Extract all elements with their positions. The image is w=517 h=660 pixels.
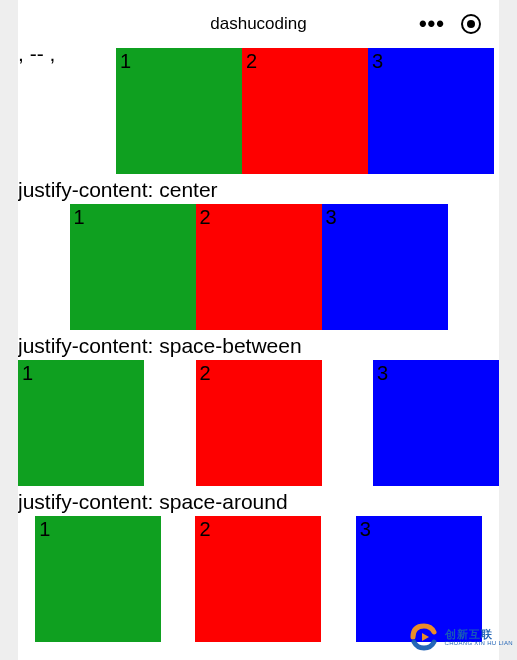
more-icon[interactable]: ••• [419,13,445,35]
box-2: 2 [196,204,322,330]
section-label-around: justify-content: space-around [18,490,499,514]
box-3: 3 [373,360,499,486]
flex-row-between: 1 2 3 [18,360,499,486]
section-label-center: justify-content: center [18,178,499,202]
watermark-cn: 创新互联 [445,629,513,640]
page-title: dashucoding [210,14,306,34]
section-label-partial: , -- , [18,42,55,66]
flex-row-center: 1 2 3 [18,204,499,330]
phone-frame: dashucoding ••• , -- , 1 2 3 justify-con… [18,0,499,660]
box-3: 3 [368,48,494,174]
box-3: 3 [322,204,448,330]
box-2: 2 [195,516,321,642]
watermark-text: 创新互联 CHUANG XIN HU LIAN [445,629,513,646]
box-1: 1 [18,360,144,486]
box-1: 1 [70,204,196,330]
section-flex-end: 1 2 3 [18,48,499,174]
watermark-logo-icon [407,620,441,654]
target-icon[interactable] [461,14,481,34]
watermark-en: CHUANG XIN HU LIAN [445,640,513,646]
status-bar: dashucoding ••• [18,0,499,48]
box-2: 2 [196,360,322,486]
watermark: 创新互联 CHUANG XIN HU LIAN [407,620,513,654]
section-label-between: justify-content: space-between [18,334,499,358]
box-2: 2 [242,48,368,174]
box-1: 1 [35,516,161,642]
flex-row-end: 1 2 3 [18,48,499,174]
box-1: 1 [116,48,242,174]
status-icons: ••• [419,0,481,48]
content-area: , -- , 1 2 3 justify-content: center 1 2… [18,48,499,642]
